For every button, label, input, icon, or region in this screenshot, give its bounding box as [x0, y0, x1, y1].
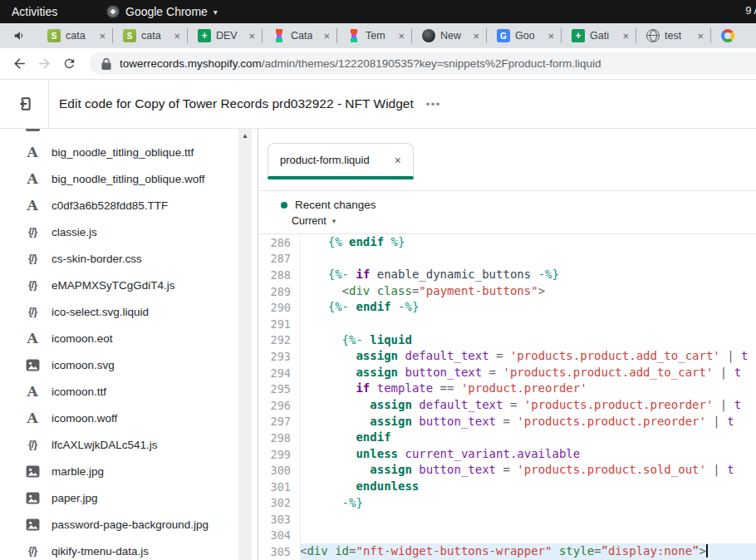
tab-close-icon[interactable]: ×	[99, 31, 106, 42]
overflow-menu-button[interactable]: •••	[426, 98, 441, 111]
file-list-item[interactable]: A icomoon.ttf	[0, 378, 238, 405]
line-number: 303	[259, 513, 300, 526]
reload-button[interactable]	[56, 52, 81, 76]
app-menu[interactable]: Google Chrome ▾	[106, 5, 218, 18]
browser-tab[interactable]: DEV ×	[187, 28, 262, 43]
file-list-item[interactable]: password-page-background.jpg	[0, 511, 238, 538]
browser-tab[interactable]: cata ×	[112, 28, 187, 43]
line-number: 292	[259, 333, 300, 346]
code-line-content[interactable]: {% endif %}	[300, 234, 756, 251]
tab-audio-button[interactable]	[0, 30, 37, 42]
browser-tab[interactable]: Goo ×	[486, 28, 561, 43]
url-host: towerrecords.myshopify.com	[120, 57, 262, 70]
sidebar-scrollbar[interactable]: ▲	[238, 129, 252, 560]
code-file-icon: {/}	[24, 253, 41, 264]
tab-close-icon[interactable]: ×	[174, 31, 180, 42]
tab-close-icon[interactable]: ×	[622, 31, 629, 42]
code-area[interactable]: 286 {% endif %} 287 288 {%- if enable_dy…	[259, 234, 756, 560]
file-list-item[interactable]: {/} eMAPMXSyTCgGdiT4.js	[0, 272, 238, 298]
line-number: 288	[259, 268, 300, 282]
dark-favicon	[422, 29, 435, 42]
file-list-item[interactable]: {/} qikify-tmenu-data.js	[0, 538, 238, 560]
code-line-content[interactable]: if template == 'product.preorder'	[300, 381, 756, 397]
line-number: 296	[259, 399, 300, 412]
code-line: 290 {%- endif -%}	[259, 299, 756, 316]
code-file-icon: {/}	[24, 545, 41, 557]
code-line-content[interactable]: {%- liquid	[300, 332, 756, 349]
browser-tabs: cata × cata × DEV × Cata × Tem × New × G…	[37, 28, 752, 43]
address-bar[interactable]: towerrecords.myshopify.com/admin/themes/…	[90, 52, 756, 75]
browser-tab[interactable]	[710, 28, 752, 43]
file-list-item[interactable]: A c0df3a6b528fdd85.TTF	[0, 192, 238, 219]
forward-button[interactable]	[32, 52, 56, 76]
code-line-content[interactable]: <div id="nft-widget-buttons-wrapper" sty…	[300, 543, 756, 560]
code-line-content[interactable]: assign button_text = 'products.product.a…	[300, 365, 756, 381]
file-list-item[interactable]: A big_noodle_titling_oblique.ttf	[0, 139, 238, 165]
screen: Activities Google Chrome ▾ 9 A cata × ca…	[0, 0, 756, 560]
file-list-item[interactable]: {/} cs-skin-border.css	[0, 245, 238, 272]
scroll-up-arrow-icon[interactable]: ▲	[238, 132, 252, 140]
code-line-content[interactable]: assign button_text = 'products.product.p…	[300, 414, 756, 430]
file-list-item[interactable]: {/} classie.js	[0, 219, 238, 245]
code-line-content[interactable]: assign default_text = 'products.product.…	[300, 397, 756, 414]
browser-tab[interactable]: cata ×	[37, 28, 112, 43]
code-line-content[interactable]: {%- if enable_dynamic_buttons -%}	[300, 267, 756, 283]
file-name: big_noodle_titling_oblique.woff	[52, 173, 204, 185]
url-text: towerrecords.myshopify.com/admin/themes/…	[120, 57, 601, 70]
code-line-content[interactable]: assign button_text = 'products.product.s…	[300, 462, 756, 479]
file-list-item[interactable]: A icomoon.woff	[0, 405, 238, 431]
file-list-item[interactable]: {/} lfcAXLwjkDALc541.js	[0, 431, 238, 458]
editor-file-tab[interactable]: product-form.liquid ×	[268, 143, 414, 176]
code-line-content[interactable]: <div class="payment-buttons">	[300, 283, 756, 300]
file-list-item[interactable]: A big_noodle_titling_oblique.woff	[0, 165, 238, 192]
file-list-item[interactable]: marble.jpg	[0, 458, 238, 484]
code-line-content[interactable]	[300, 511, 756, 528]
line-number: 294	[259, 366, 300, 380]
exit-code-editor-icon[interactable]	[16, 95, 34, 113]
image-file-icon	[24, 465, 41, 478]
font-file-icon: A	[24, 144, 41, 160]
browser-tab[interactable]: test ×	[636, 28, 710, 43]
version-selector[interactable]: Current ▾	[292, 215, 756, 227]
file-list-item[interactable]: paper.jpg	[0, 484, 238, 511]
file-list-item[interactable]: A icomoon.eot	[0, 325, 238, 351]
browser-tab[interactable]: New ×	[411, 28, 486, 43]
file-name: qikify-tmenu-data.js	[52, 545, 149, 558]
code-line-content[interactable]: {%- endif -%}	[300, 299, 756, 316]
line-number: 287	[259, 252, 300, 265]
browser-tab[interactable]: Gati ×	[561, 28, 636, 43]
translate-favicon	[497, 29, 510, 42]
file-name: eMAPMXSyTCgGdiT4.js	[52, 279, 175, 292]
browser-tab[interactable]: Cata ×	[262, 28, 336, 43]
tab-close-icon[interactable]: ×	[473, 31, 479, 42]
editor-tab-close-icon[interactable]: ×	[395, 154, 401, 167]
code-line-content[interactable]	[300, 251, 756, 268]
sheets-favicon	[572, 29, 585, 42]
browser-tab-label: Goo	[515, 30, 535, 42]
code-line-content[interactable]: unless current_variant.available	[300, 446, 756, 463]
line-number: 299	[259, 448, 300, 461]
browser-tab[interactable]: Tem ×	[336, 28, 411, 43]
line-number: 289	[259, 285, 300, 298]
shopify-favicon	[123, 29, 136, 42]
file-list-item[interactable]: icomoon.svg	[0, 351, 238, 378]
code-line-content[interactable]: assign default_text = 'products.product.…	[300, 348, 756, 365]
tab-close-icon[interactable]: ×	[547, 31, 554, 42]
tab-close-icon[interactable]: ×	[323, 31, 330, 42]
code-line-content[interactable]: -%}	[300, 495, 756, 512]
version-selector-label: Current	[292, 215, 326, 227]
code-editor-pane: product-form.liquid × Recent changes Cur…	[259, 129, 756, 560]
tab-close-icon[interactable]: ×	[398, 31, 405, 42]
image-file-icon	[24, 518, 41, 531]
activities-button[interactable]: Activities	[12, 5, 57, 18]
code-line-content[interactable]: endunless	[300, 479, 756, 495]
code-line: 298 endif	[259, 430, 756, 446]
google-favicon	[721, 29, 734, 42]
code-line-content[interactable]: endif	[300, 430, 756, 446]
tab-close-icon[interactable]: ×	[248, 31, 255, 42]
tab-close-icon[interactable]: ×	[697, 31, 704, 42]
code-line-content[interactable]	[300, 316, 756, 332]
file-list-item[interactable]: {/} ico-select.svg.liquid	[0, 298, 238, 325]
back-button[interactable]	[7, 52, 32, 76]
code-line-content[interactable]	[300, 528, 756, 544]
